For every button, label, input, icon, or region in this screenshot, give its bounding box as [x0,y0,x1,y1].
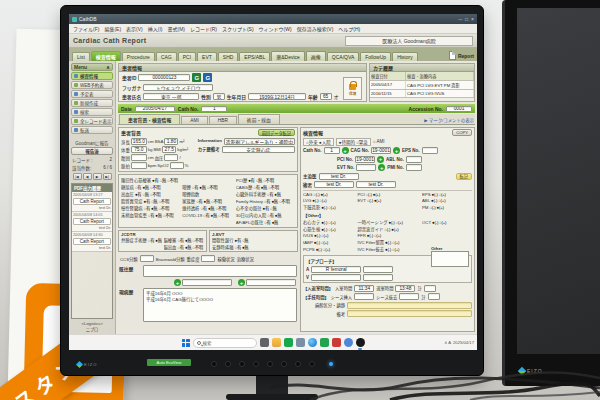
menu-item[interactable]: スクリプト(S) [222,25,254,32]
edge-icon[interactable] [308,338,317,347]
radio-group[interactable]: Family History ○有 ●無 ○不明 [236,198,295,204]
sub-tab[interactable]: 術前・採血 [238,114,280,124]
radio-group[interactable]: CAG ○(-) ●(+) [303,192,355,197]
radio-group[interactable]: 脳梗塞 ○有 ●無 ○不明 [164,237,205,243]
last-record-button[interactable]: ▶| [103,173,112,180]
approach-a-field[interactable]: R femoral [311,266,361,273]
room-total-field[interactable] [424,285,436,292]
radio-group[interactable] [121,244,162,250]
radio-group[interactable] [422,239,472,245]
name-field[interactable]: 東京 一郎 [143,93,199,100]
tab[interactable]: CAG [156,52,177,61]
pulse-field[interactable] [131,162,147,169]
menu-item[interactable]: ウィンドウ(W) [259,25,292,32]
menu-item[interactable]: 保存済み検索(V) [297,25,334,32]
approach-v-field[interactable] [311,274,361,281]
sidebar-item[interactable]: 予定表 [71,90,113,98]
radio-group[interactable]: 家族歴 ○有 ●無 ○不明 [182,198,234,204]
past-history-field[interactable] [143,265,297,277]
radio-group[interactable]: AF/AFLの既往 ○有 ●無 [236,219,295,225]
record-lock[interactable]: 保護 [343,77,362,100]
tab[interactable]: History [392,52,418,61]
tab[interactable]: 薬&Device [271,51,305,61]
goodman-blue-icon[interactable]: G [203,73,212,82]
app-gray-icon[interactable] [296,338,305,347]
exit-time-field[interactable]: 13:48 [395,285,415,292]
first-record-button[interactable]: |◀ [73,173,82,180]
approach-v-field-2[interactable] [363,274,393,281]
tab[interactable]: PCI [178,52,196,61]
radio-group[interactable]: 陳旧性心筋梗塞 ●有 ○無 ○不明 [121,177,180,183]
radio-group[interactable]: EVT ○(-) ●(+) [357,198,420,203]
radio-group[interactable]: PCPS ●(-) ○(+) [303,246,355,252]
operator-field-1[interactable]: test Dr. [314,181,354,188]
radio-group[interactable]: IVC Filter抜去 ●(-) ○(+) [357,246,420,252]
pci-number-field[interactable]: 19-0001 [355,156,375,163]
information-field[interactable]: 造影剤アレルギーあり・通院中 [224,138,295,145]
tray-clock[interactable]: 2025/04/17 [453,340,474,345]
menu-item[interactable]: 表示(V) [126,25,143,32]
system-tray[interactable]: ∧ A 2025/04/17 [444,340,474,345]
minimize-button[interactable]: ─ [459,17,463,22]
braunwald-field[interactable] [201,255,215,262]
maximize-button[interactable]: □ [465,17,468,22]
search-input[interactable]: 検索 [193,338,257,348]
radio-group[interactable]: IVC Filter留置 ●(-) ○(+) [357,239,420,245]
bp-field[interactable] [164,154,178,161]
abl-number-field[interactable] [406,156,422,163]
radio-group[interactable] [357,204,420,210]
radio-group[interactable]: 30日以内の入院 ○有 ●無 [236,212,295,218]
radio-group[interactable]: 慢性腎臓病 ○有 ●無 ○不明 [121,205,180,211]
radio-group[interactable]: COVID-19 ○有 ●無 ○不明 [182,212,234,218]
window-titlebar[interactable]: CathDB ─ □ × [69,14,477,24]
cath-no-field[interactable]: 1 [201,106,227,112]
reported-button[interactable]: 報告済 [71,147,113,155]
radio-group[interactable]: PM ○(-) ●(+) [422,204,472,210]
app-green-icon[interactable] [320,338,329,347]
eps-number-field[interactable] [422,147,438,154]
copy-previous-button[interactable]: 前回データ転記 [258,129,295,136]
tab[interactable]: Procedure [122,52,155,61]
radio-group[interactable]: EPS ●(-) ○(+) [422,192,472,197]
entry-time-field[interactable]: 11:34 [354,285,374,292]
tab[interactable]: QCA/QVA [327,52,359,61]
age-field[interactable]: 65 [320,93,332,100]
settings-icon[interactable] [344,338,353,347]
start-button[interactable] [182,339,190,347]
tab[interactable]: 検査情報 [91,51,121,61]
pdf-history-item[interactable]: 2005/04/08 14:05 Cath Report test Dr. [72,212,112,232]
add-icon[interactable]: + [238,279,245,286]
radio-group[interactable]: 維持透析 ○有 ●無 ○不明 [182,205,234,211]
urgency-radios[interactable]: ●待期的 ○緊急 [336,138,371,146]
copy-button[interactable]: COPY [452,129,472,136]
accession-field[interactable]: 0001 [446,106,472,112]
bmi-field[interactable]: 27.5 [162,146,176,153]
tab[interactable]: SHD [218,52,239,61]
sidebar-item[interactable]: 転送 [71,126,113,134]
sub-tab[interactable]: HBR [209,116,237,124]
sheath-in-field[interactable] [354,293,374,300]
spo2-field[interactable] [170,162,184,169]
radio-group[interactable]: OCT ●(-) ○(+) [422,219,472,225]
pdf-history-item[interactable]: 2005/04/08 13:27 Cath Report test Dr. [72,192,112,212]
sidebar-item[interactable]: 検索 [71,108,113,116]
tab[interactable]: EVT [197,52,217,61]
radio-group[interactable] [121,219,180,225]
sex-field[interactable]: 男 [213,93,225,100]
add-icon[interactable]: + [393,147,400,154]
height-field[interactable]: 165.0 [131,138,147,145]
prev-record-button[interactable]: ◀ [83,173,92,180]
radio-group[interactable]: 末梢血管疾患 ○有 ●無 ○不明 [121,212,180,218]
add-field-1[interactable] [182,279,232,286]
add-field-2[interactable] [246,279,296,286]
radio-group[interactable] [182,177,234,183]
menu-item[interactable]: レコード(R) [190,25,217,32]
radio-group[interactable]: IABP ●(-) ○(+) [303,239,355,245]
approach-a-field-2[interactable] [363,266,393,273]
birth-field[interactable]: 1939年12月14日 [248,93,306,100]
close-button[interactable]: × [471,17,474,22]
radio-group[interactable]: CABG歴 ○有 ●無 ○不明 [236,184,295,190]
memo-field[interactable] [347,310,472,317]
radio-group[interactable] [182,219,234,225]
sidebar-item[interactable]: 新規作成 [71,99,113,107]
